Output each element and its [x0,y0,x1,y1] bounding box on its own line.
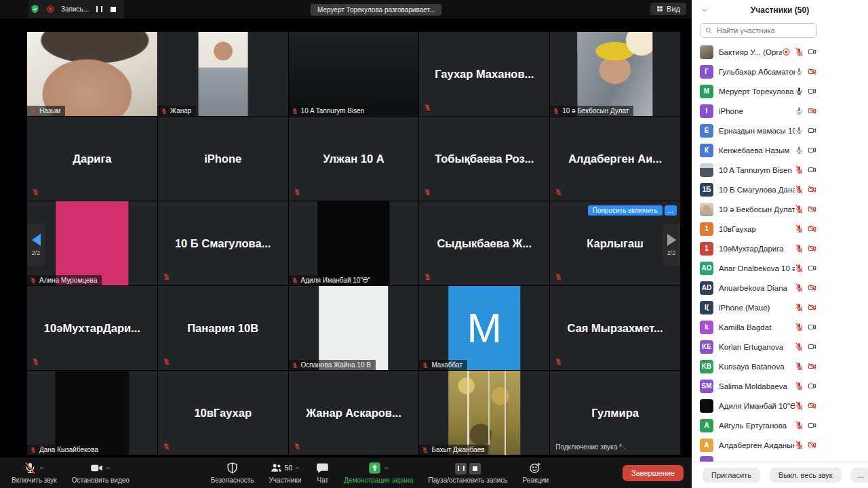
camera-status-icon [808,146,816,155]
muted-mic-icon [163,358,170,365]
camera-status-icon [808,382,816,390]
video-feed [319,286,389,370]
participant-row[interactable]: ГГульбахар Абсаматова [692,62,868,81]
video-tile[interactable]: Тобықбаева Роз... [419,117,549,201]
video-tile[interactable]: Назым [27,32,157,116]
participant-row[interactable]: ADAnuarbekova Diana [692,278,868,298]
participant-row[interactable]: kKamilla Bagdat [692,317,868,337]
participant-status-icons [795,146,816,155]
video-tile[interactable]: Алина Муромцева [27,201,157,285]
participant-row[interactable]: I(iPhone (Maue) [692,298,868,317]
prev-page-button[interactable]: 2/2 [27,224,45,266]
muted-mic-icon [422,447,429,453]
video-tile[interactable]: Алдаберген Аи... [550,117,680,201]
ask-unmute-button[interactable]: Попросить включить [588,205,663,216]
participant-row[interactable]: AАйгуль Ертуганова [692,415,868,435]
video-tile[interactable]: Дана Кызайбекова [27,371,157,455]
participants-icon [270,462,283,474]
record-controls-button[interactable]: Пауза/остановить запись [420,462,515,484]
video-tile[interactable]: Бахыт Джанбаев [419,371,549,455]
video-tile[interactable]: Жанар [158,32,288,116]
muted-mic-icon [424,188,431,196]
participant-row[interactable]: Адиля Иманбай 10"Ә" [692,396,868,415]
video-tile[interactable]: iPhone [158,117,288,201]
participant-row[interactable]: 110әМухтарДарига [692,239,868,258]
participant-row[interactable]: 10 ә Бекбосын Дулат [692,199,868,219]
participant-row[interactable]: SMSalima Moldabaeva [692,376,868,396]
participant-status-icons [795,126,816,135]
end-meeting-button[interactable]: Завершение [623,465,684,481]
video-tile[interactable]: Сая Мырзахмет... [550,286,680,370]
participant-name-centered: 10әМухтарДари... [27,286,157,370]
stop-video-button[interactable]: Остановить видео [64,462,137,484]
chevron-down-icon[interactable] [701,6,709,14]
participant-row[interactable]: 1Б10 Б Смагулова Дана Айшабиби [692,180,868,199]
participant-row[interactable]: KBKunsaya Batanova [692,357,868,376]
unmute-button[interactable]: Включить звук [4,462,64,484]
video-tile[interactable]: 10әМухтарДари... [27,286,157,370]
caret-up-icon[interactable] [294,465,300,471]
participant-name-centered: Улжан 10 А [289,117,419,201]
camera-status-icon [808,224,816,233]
participant-row[interactable]: KEKorlan Ertuganova [692,337,868,357]
participant-row[interactable]: 10 A Tannurym Bisen [692,160,868,180]
participant-row[interactable]: ЕЕрназдын мамасы 10А [692,121,868,140]
video-tile[interactable]: ГулмираПодключение звука *·. [550,371,680,455]
camera-status-icon [808,67,816,76]
participant-row[interactable]: IiPhone [692,101,868,121]
pause-recording-button[interactable] [95,5,103,14]
invite-button[interactable]: Пригласить [703,468,760,483]
recording-status-label: Запись... [61,5,89,13]
security-button[interactable]: Безопасность [203,462,262,484]
participant-row[interactable]: 110вГаухар [692,219,868,239]
participant-name: Адиля Иманбай 10"Ә" [719,402,795,410]
participant-name: 10 ә Бекбосын Дулат [562,107,629,115]
participant-status-icons [795,401,816,410]
video-tile[interactable]: Улжан 10 А [289,117,419,201]
caret-up-icon[interactable] [39,465,45,471]
participant-name: Kunsaya Batanova [719,363,795,371]
tile-more-button[interactable]: ... [665,205,677,216]
chat-button[interactable]: Чат [309,462,336,484]
video-tile[interactable]: 10 ә Бекбосын Дулат [550,32,680,116]
toolbar-label: Остановить видео [72,476,130,484]
mute-all-button[interactable]: Выкл. весь звук [770,468,842,483]
view-button[interactable]: Вид [650,3,686,15]
caret-up-icon[interactable] [105,465,111,471]
search-input[interactable] [700,23,817,38]
video-tile[interactable]: Гаухар Маханов... [419,32,549,116]
video-tile[interactable]: 10вГаухар [158,371,288,455]
share-screen-button[interactable]: Демонстрация экрана [336,462,420,484]
video-tile[interactable]: 10 Б Смагулова... [158,201,288,285]
participant-row[interactable]: Бактияр У... (Организатор, я) [692,42,868,62]
participant-row[interactable]: ККенжебаева Назым [692,140,868,160]
video-tile[interactable]: Оспанова Жайна 10 В [289,286,419,370]
video-tile[interactable]: Дарига [27,117,157,201]
caret-up-icon[interactable] [383,465,389,471]
participants-button[interactable]: 50Участники [262,462,309,484]
video-tile[interactable]: MМахаббат [419,286,549,370]
camera-status-icon [808,264,816,272]
video-tile[interactable]: КарлыгашПопросить включить... [550,201,680,285]
video-tile[interactable]: Адиля Иманбай 10"Ә" [289,201,419,285]
stop-recording-button[interactable] [109,5,117,14]
video-tile[interactable]: Сыдыкбаева Ж... [419,201,549,285]
reactions-button[interactable]: Реакции [515,462,557,484]
camera-status-icon [808,205,816,214]
participant-row[interactable]: ММеруерт Торекулова [692,81,868,101]
video-tile[interactable]: 10 A Tannurym Bisen [289,32,419,116]
video-tile[interactable]: Панария 10В [158,286,288,370]
camera-status-icon [808,441,816,449]
name-label: Оспанова Жайна 10 В [289,360,376,370]
security-shield-icon[interactable] [30,4,40,14]
participant-row[interactable]: AАлдаберген Аиданың анасы 10В [692,435,868,455]
participant-name: 10 A Tannurym Bisen [301,107,365,115]
participants-more-button[interactable]: ... [851,468,868,483]
toolbar-label: Участники [269,476,302,484]
next-page-button[interactable]: 2/2 [663,224,680,266]
video-tile[interactable]: Жанар Аскаров... [289,371,419,455]
participant-name-centered: Гулмира [550,371,680,455]
participant-name: Кенжебаева Назым [719,146,795,155]
participant-row[interactable] [692,455,868,462]
participant-row[interactable]: AOAnar Onalbekova 10 ә сынып [692,258,868,278]
